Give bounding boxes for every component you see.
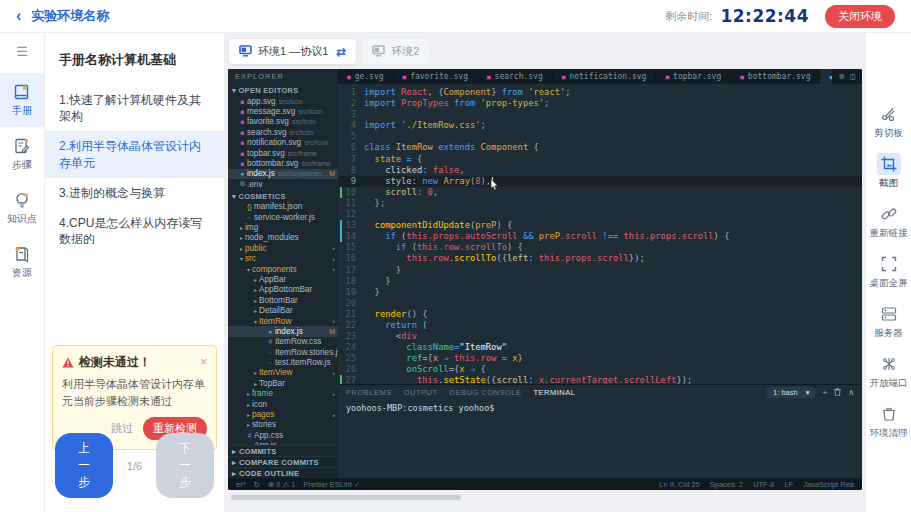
code-line[interactable]: 27 this.setState({scroll: x.currentTarge… xyxy=(338,375,862,384)
file-tree-item[interactable]: ▾ItemRow● xyxy=(228,316,338,326)
previous-step-button[interactable]: 上一步 xyxy=(55,433,113,498)
panel-tab-output[interactable]: OUTPUT xyxy=(404,388,438,397)
sidebar-item-knowledge[interactable]: 知识点 xyxy=(0,181,44,235)
file-tree-item[interactable]: ■bottombar.svgsrc/frame xyxy=(228,158,338,168)
code-line[interactable]: 9 style: new Array(8), xyxy=(338,176,862,187)
status-item[interactable]: LF xyxy=(784,480,793,489)
code-line[interactable]: 14 if (this.props.autoScroll && preP.scr… xyxy=(338,231,862,242)
terminal-output[interactable]: yoohoos-MBP:cosmetics yoohoo$ xyxy=(338,399,862,478)
file-tree-item[interactable]: ▸BottomBar xyxy=(228,295,338,305)
tree-collapsed-section[interactable]: ▸CODE OUTLINE xyxy=(228,467,338,478)
status-item[interactable]: UTF-8 xyxy=(753,480,774,489)
tree-section-header[interactable]: ▾ OPEN EDITORS xyxy=(228,84,338,96)
file-tree-item[interactable]: ▸ItemView● xyxy=(228,368,338,378)
code-line[interactable]: 3 xyxy=(338,109,862,120)
close-environment-button[interactable]: 关闭环境 xyxy=(825,5,895,28)
file-tree-item[interactable]: ▸icon xyxy=(228,399,338,409)
editor-action-icon[interactable]: ⚙ xyxy=(839,72,844,81)
panel-tab-problems[interactable]: PROBLEMS xyxy=(346,388,392,397)
code-line[interactable]: 2import PropTypes from 'prop-types'; xyxy=(338,98,862,109)
code-line[interactable]: 18 } xyxy=(338,276,862,287)
file-tree-item[interactable]: ▸frame● xyxy=(228,389,338,399)
status-item[interactable]: ↻ xyxy=(254,480,260,489)
kill-terminal-icon[interactable] xyxy=(834,388,841,396)
collapse-sidebar-icon[interactable]: ☰ xyxy=(0,33,44,73)
code-line[interactable]: 21 render() { xyxy=(338,309,862,320)
env-tab-1[interactable]: 环境1 —协议1⇄ xyxy=(229,39,356,64)
code-line[interactable]: 5 xyxy=(338,131,862,142)
status-item[interactable]: ⊗ 0 ⚠ 1 xyxy=(268,480,296,489)
editor-tab-ge.svg[interactable]: ■ge.svg xyxy=(338,69,394,84)
status-item[interactable]: Ln 9, Col 25 xyxy=(659,480,699,489)
file-tree-item[interactable]: {}manifest.json xyxy=(228,202,338,212)
code-line[interactable]: 7 state = { xyxy=(338,154,862,165)
maximize-panel-icon[interactable]: ∧ xyxy=(848,388,854,397)
manual-step-item[interactable]: 1.快速了解计算机硬件及其架构 xyxy=(45,85,224,131)
editor-tab-favorite.svg[interactable]: ■favorite.svg xyxy=(394,69,478,84)
back-chevron-icon[interactable]: ‹ xyxy=(16,8,21,24)
status-item[interactable]: Spaces: 2 xyxy=(710,480,743,489)
code-line[interactable]: 25 ref={x ⇒ this.row = x} xyxy=(338,353,862,364)
manual-step-item[interactable]: 4.CPU是怎么样从内存读写数据的 xyxy=(45,208,224,254)
code-line[interactable]: 12 xyxy=(338,209,862,220)
tool-open-ports[interactable]: 开放端口 xyxy=(870,353,908,390)
file-tree-item[interactable]: ▸DetailBar xyxy=(228,305,338,315)
file-tree-item[interactable]: ●index.jsM xyxy=(228,326,338,336)
status-item[interactable]: JavaScript Rea xyxy=(803,480,854,489)
status-item[interactable]: Prettier ESLint ✓ xyxy=(304,480,361,489)
file-tree-item[interactable]: #ItemRow.css xyxy=(228,337,338,347)
file-tree-item[interactable]: ▸public● xyxy=(228,243,338,253)
file-tree-item[interactable]: #App.css xyxy=(228,430,338,440)
new-terminal-icon[interactable]: + xyxy=(822,388,827,397)
next-step-button[interactable]: 下一步 xyxy=(156,433,214,498)
file-tree-item[interactable]: ▸pages● xyxy=(228,409,338,419)
code-line[interactable]: 8 clicked: false, xyxy=(338,165,862,176)
file-tree-item[interactable]: ■app.svgsrc/icon xyxy=(228,96,338,106)
file-tree-item[interactable]: ■notification.svgsrc/icon xyxy=(228,138,338,148)
env-tab-2[interactable]: 环境2 xyxy=(362,39,429,64)
file-tree-item[interactable]: ◦ItemRow.stories.js xyxy=(228,347,338,357)
editor-tab-topbar.svg[interactable]: ■topbar.svg xyxy=(656,69,731,84)
sidebar-item-resources[interactable]: 资源 xyxy=(0,235,44,289)
file-tree-item[interactable]: ■message.svgsrc/icon xyxy=(228,106,338,116)
file-tree-item[interactable]: ◦test.ItemRow.js xyxy=(228,357,338,367)
code-line[interactable]: 4import './ItemRow.css'; xyxy=(338,120,862,131)
panel-tab-terminal[interactable]: TERMINAL xyxy=(533,388,575,397)
tree-collapsed-section[interactable]: ▸COMMITS xyxy=(228,445,338,456)
tool-relink[interactable]: 重新链接 xyxy=(870,203,908,240)
file-tree-item[interactable]: ▸TopBar xyxy=(228,378,338,388)
file-tree-item[interactable]: ◦service-worker.js xyxy=(228,212,338,222)
code-line[interactable]: 10 scroll: 0, xyxy=(338,187,862,198)
tool-screenshot[interactable]: 截图 xyxy=(877,153,901,190)
code-line[interactable]: 16 this.row.scrollTo({left: this.props.s… xyxy=(338,253,862,264)
panel-tab-debug-console[interactable]: DEBUG CONSOLE xyxy=(450,388,522,397)
code-line[interactable]: 6class ItemRow extends Component { xyxy=(338,142,862,153)
tool-desktop-fullscreen[interactable]: 桌面全屏 xyxy=(870,253,908,290)
code-line[interactable]: 13 componentDidUpdate(preP) { xyxy=(338,220,862,231)
file-tree-item[interactable]: ▸img xyxy=(228,222,338,232)
horizontal-scrollbar[interactable] xyxy=(231,495,859,500)
file-tree-item[interactable]: ▸node_modules xyxy=(228,233,338,243)
code-line[interactable]: 20 xyxy=(338,298,862,309)
editor-tab-search.svg[interactable]: ■search.svg xyxy=(478,69,553,84)
swap-connection-icon[interactable]: ⇄ xyxy=(336,45,346,59)
sidebar-item-steps[interactable]: 步骤 xyxy=(0,127,44,181)
file-tree-item[interactable]: ■search.svgsrc/icon xyxy=(228,127,338,137)
file-tree-item[interactable]: ▸stories xyxy=(228,420,338,430)
tool-env-cleanup[interactable]: 环境清理 xyxy=(870,403,908,440)
tree-section-header[interactable]: ▾ COSMETICS xyxy=(228,190,338,202)
file-tree-item[interactable]: ▸AppBottomBar xyxy=(228,285,338,295)
sidebar-item-manual[interactable]: 手册 xyxy=(0,73,44,127)
file-tree-item[interactable]: ⚙.env xyxy=(228,179,338,189)
file-tree-item[interactable]: ■favorite.svgsrc/icon xyxy=(228,117,338,127)
tree-collapsed-section[interactable]: ▸COMPARE COMMITS xyxy=(228,456,338,467)
manual-step-item[interactable]: 2.利用半导体晶体管设计内存单元 xyxy=(45,131,224,177)
file-tree-item[interactable]: ▾src● xyxy=(228,253,338,263)
code-line[interactable]: 1import React, {Component} from 'react'; xyxy=(338,87,862,98)
tool-server[interactable]: 服务器 xyxy=(874,303,903,340)
remote-code-editor[interactable]: EXPLORER ■ge.svg■favorite.svg■search.svg… xyxy=(228,69,862,490)
code-line[interactable]: 22 return ( xyxy=(338,320,862,331)
shell-selector[interactable]: 1: bash▾ xyxy=(767,387,815,398)
alert-close-icon[interactable]: × xyxy=(200,355,207,369)
file-tree-item[interactable]: ▾components● xyxy=(228,264,338,274)
